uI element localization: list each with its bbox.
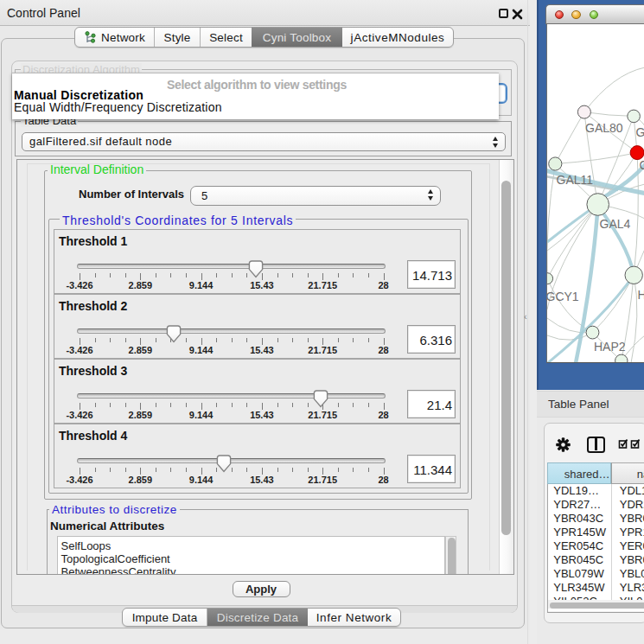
svg-text:GAL80: GAL80 (585, 121, 623, 135)
svg-text:GAL4: GAL4 (600, 217, 631, 231)
svg-text:GAL: GAL (636, 125, 644, 139)
svg-text:HA: HA (638, 288, 644, 302)
svg-text:CR: CR (640, 158, 644, 172)
svg-text:HAP2: HAP2 (594, 340, 626, 354)
svg-text:GCY1: GCY1 (547, 290, 579, 303)
svg-text:GAL11: GAL11 (557, 173, 594, 187)
